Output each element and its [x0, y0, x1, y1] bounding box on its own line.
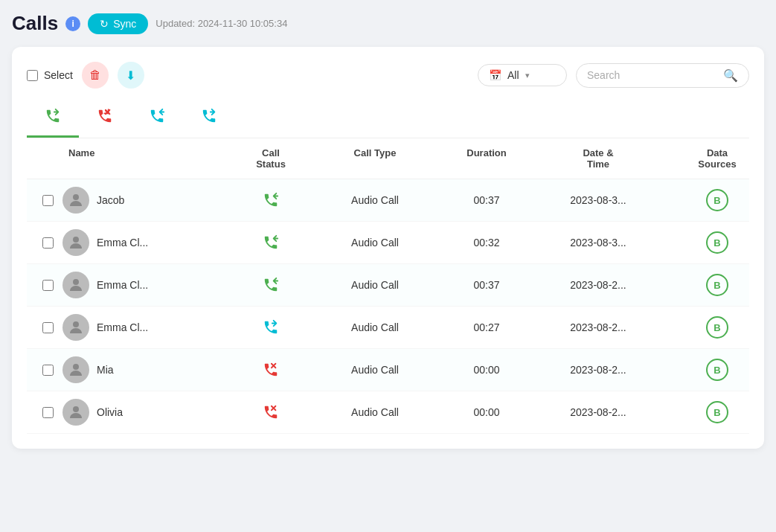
duration-cell: 00:37 [435, 194, 539, 206]
call-status-cell [226, 277, 315, 293]
contact-name: Emma Cl... [97, 321, 148, 333]
select-label: Select [44, 69, 73, 81]
duration-cell: 00:00 [435, 364, 539, 376]
row-checkbox[interactable] [42, 280, 54, 291]
delete-button[interactable]: 🗑 [82, 62, 109, 89]
data-source-badge: B [706, 231, 728, 254]
data-source-cell: B [658, 401, 776, 423]
contact-name: Mia [97, 364, 114, 376]
chevron-down-icon: ▾ [525, 71, 530, 80]
row-checkbox-cell [33, 237, 62, 249]
contact-name: Jacob [97, 194, 124, 206]
main-card: Select 🗑 ⬇ 📅 All ▾ 🔍 [12, 47, 764, 449]
avatar [62, 229, 89, 256]
date-time-cell: 2023-08-3... [539, 194, 658, 206]
table-row: Jacob Audio Call 00:37 2023-08-3... B ▶ … [27, 179, 749, 222]
duration-cell: 00:27 [435, 321, 539, 333]
call-status-cell [226, 362, 315, 378]
data-source-cell: B [658, 189, 776, 211]
call-status-cell [226, 192, 315, 208]
row-checkbox[interactable] [42, 237, 54, 249]
row-name-cell: Mia [62, 356, 226, 383]
data-source-badge: B [706, 274, 728, 296]
row-checkbox-cell [33, 322, 62, 333]
select-all-checkbox[interactable] [27, 70, 38, 81]
call-status-cell [226, 234, 315, 251]
sync-button[interactable]: ↻ Sync [88, 13, 148, 34]
col-data-sources: DataSources [658, 147, 776, 170]
tab-received-calls[interactable] [131, 100, 183, 138]
data-source-badge: B [706, 189, 728, 211]
call-type-cell: Audio Call [315, 194, 435, 206]
call-type-cell: Audio Call [315, 279, 435, 291]
row-checkbox[interactable] [42, 322, 54, 333]
call-type-cell: Audio Call [315, 237, 435, 249]
svg-point-6 [73, 364, 79, 370]
date-time-cell: 2023-08-2... [539, 364, 658, 376]
page-title: Calls [12, 12, 58, 35]
date-time-cell: 2023-08-2... [539, 279, 658, 291]
svg-point-4 [73, 279, 79, 285]
contact-name: Olivia [97, 406, 123, 418]
outgoing-call-icon [201, 108, 217, 128]
call-type-cell: Audio Call [315, 321, 435, 333]
row-checkbox-cell [33, 407, 62, 418]
avatar [62, 314, 89, 341]
tab-row [27, 100, 749, 138]
avatar [62, 272, 89, 298]
col-call-status: CallStatus [226, 147, 315, 170]
row-name-cell: Olivia [62, 399, 226, 426]
search-icon: 🔍 [723, 68, 738, 83]
avatar [62, 399, 89, 426]
download-button[interactable]: ⬇ [118, 62, 144, 89]
svg-point-9 [73, 406, 79, 412]
row-checkbox[interactable] [42, 195, 54, 206]
row-name-cell: Emma Cl... [62, 314, 226, 341]
data-source-badge: B [706, 359, 728, 381]
row-checkbox[interactable] [42, 407, 54, 418]
call-status-cell [226, 319, 315, 336]
svg-point-5 [73, 321, 79, 327]
data-source-badge: B [706, 316, 728, 339]
duration-cell: 00:37 [435, 279, 539, 291]
incoming-call-icon [45, 108, 61, 128]
data-source-badge: B [706, 401, 728, 423]
row-name-cell: Jacob [62, 187, 226, 214]
svg-point-3 [73, 237, 79, 243]
select-area: Select [27, 69, 73, 81]
toolbar: Select 🗑 ⬇ 📅 All ▾ 🔍 [27, 62, 749, 89]
row-checkbox-cell [33, 365, 62, 376]
search-input[interactable] [587, 69, 717, 81]
page-container: Calls i ↻ Sync Updated: 2024-11-30 10:05… [12, 12, 764, 449]
search-box: 🔍 [576, 63, 749, 88]
data-source-cell: B [658, 274, 776, 296]
date-time-cell: 2023-08-3... [539, 237, 658, 249]
date-time-cell: 2023-08-2... [539, 406, 658, 418]
data-source-cell: B [658, 316, 776, 339]
row-checkbox[interactable] [42, 365, 54, 376]
contact-name: Emma Cl... [97, 279, 148, 291]
col-date-time: Date &Time [539, 147, 658, 170]
col-call-type: Call Type [315, 147, 435, 170]
duration-cell: 00:00 [435, 406, 539, 418]
call-type-cell: Audio Call [315, 364, 435, 376]
date-filter[interactable]: 📅 All ▾ [478, 64, 567, 86]
avatar [62, 187, 89, 214]
delete-icon: 🗑 [89, 68, 101, 82]
table-row: Mia Audio Call 00:00 2023-08-2... B No R… [27, 349, 749, 391]
col-duration: Duration [435, 147, 539, 170]
table-row: Emma Cl... Audio Call 00:27 2023-08-2...… [27, 307, 749, 349]
table-row: Olivia Audio Call 00:00 2023-08-2... B N… [27, 391, 749, 434]
table-header: Name CallStatus Call Type Duration Date … [27, 138, 749, 179]
tab-outgoing-calls[interactable] [183, 100, 235, 138]
tab-all-calls[interactable] [27, 100, 79, 138]
svg-point-2 [73, 194, 79, 200]
tab-missed-calls[interactable] [79, 100, 131, 138]
col-name: Name [62, 147, 226, 170]
header-row: Calls i ↻ Sync Updated: 2024-11-30 10:05… [12, 12, 764, 35]
missed-call-icon [97, 108, 113, 128]
table-row: Emma Cl... Audio Call 00:37 2023-08-2...… [27, 264, 749, 307]
info-icon[interactable]: i [65, 16, 80, 31]
received-call-icon [149, 108, 165, 128]
download-icon: ⬇ [126, 68, 135, 83]
